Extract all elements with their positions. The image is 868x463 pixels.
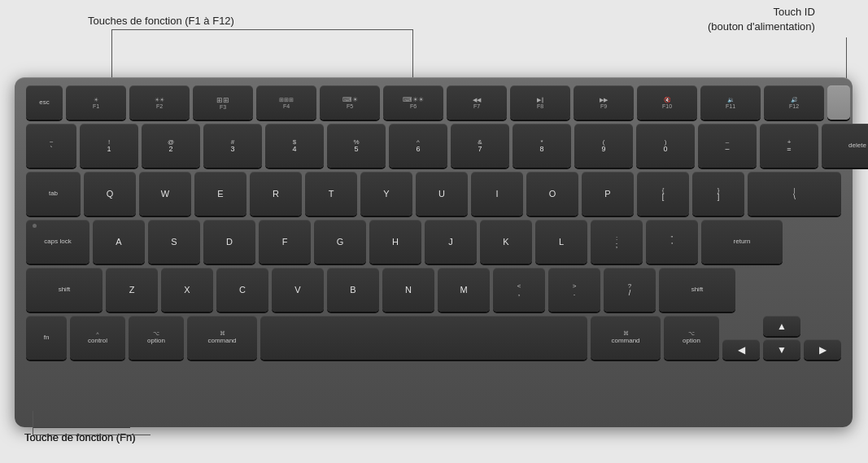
key-j[interactable]: J xyxy=(425,220,477,264)
key-0[interactable]: ) 0 xyxy=(636,124,695,168)
key-f6[interactable]: ⌨☀☀ F6 xyxy=(383,85,443,120)
key-f12[interactable]: 🔊 F12 xyxy=(764,85,824,120)
key-i[interactable]: I xyxy=(471,172,523,216)
key-backtick[interactable]: ~ ` xyxy=(26,124,76,168)
fn-label: Touches de fonction (F1 à F12) xyxy=(88,15,234,27)
num-row: ~ ` ! 1 @ 2 # 3 $ 4 xyxy=(26,124,841,168)
bottom-row: fn ^ control ⌥ option ⌘ command ⌘ xyxy=(26,316,841,360)
zxcv-row: shift Z X C V B N M < , > . ? xyxy=(26,268,841,312)
key-t[interactable]: T xyxy=(305,172,357,216)
key-a[interactable]: A xyxy=(93,220,145,264)
key-command-right[interactable]: ⌘ command xyxy=(591,316,661,360)
key-q[interactable]: Q xyxy=(84,172,136,216)
qwerty-row: tab Q W E R T Y U I O P { [ } ] xyxy=(26,172,841,216)
key-backslash[interactable]: | \ xyxy=(748,172,841,216)
fn-row: esc ☀ F1 ☀☀ F2 ⊞⊞ F3 ⊞ xyxy=(26,85,841,120)
keyboard: esc ☀ F1 ☀☀ F2 ⊞⊞ F3 ⊞ xyxy=(15,77,853,427)
key-f2[interactable]: ☀☀ F2 xyxy=(129,85,190,120)
key-f11[interactable]: 🔉 F11 xyxy=(700,85,761,120)
key-b[interactable]: B xyxy=(327,268,379,312)
key-f8[interactable]: ▶∥ F8 xyxy=(510,85,570,120)
fn-key-bottom-label: Touche de fonction (Fn) xyxy=(24,431,136,443)
key-m[interactable]: M xyxy=(438,268,490,312)
key-o[interactable]: O xyxy=(526,172,578,216)
key-capslock[interactable]: caps lock xyxy=(26,220,89,264)
key-c[interactable]: C xyxy=(216,268,268,312)
key-z[interactable]: Z xyxy=(106,268,158,312)
key-l[interactable]: L xyxy=(535,220,587,264)
key-space[interactable] xyxy=(260,316,587,360)
key-option-left[interactable]: ⌥ option xyxy=(129,316,184,360)
key-7[interactable]: & 7 xyxy=(451,124,509,168)
key-e[interactable]: E xyxy=(194,172,246,216)
key-slash[interactable]: ? / xyxy=(604,268,656,312)
key-f3[interactable]: ⊞⊞ F3 xyxy=(193,85,253,120)
key-3[interactable]: # 3 xyxy=(203,124,262,168)
key-5[interactable]: % 5 xyxy=(327,124,386,168)
key-left[interactable]: ◀ xyxy=(722,339,760,360)
key-down[interactable]: ▼ xyxy=(763,339,800,360)
key-up[interactable]: ▲ xyxy=(763,316,800,336)
asdf-row: caps lock A S D F G H J K L : ; " ' xyxy=(26,220,841,264)
key-lbracket[interactable]: { [ xyxy=(637,172,689,216)
key-x[interactable]: X xyxy=(161,268,213,312)
key-8[interactable]: * 8 xyxy=(513,124,571,168)
key-command-left[interactable]: ⌘ command xyxy=(187,316,257,360)
key-fn[interactable]: fn xyxy=(26,316,67,360)
key-p[interactable]: P xyxy=(582,172,634,216)
key-rshift[interactable]: shift xyxy=(659,268,735,312)
key-s[interactable]: S xyxy=(148,220,200,264)
key-comma[interactable]: < , xyxy=(493,268,545,312)
key-f1[interactable]: ☀ F1 xyxy=(66,85,126,120)
key-f7[interactable]: ◀◀ F7 xyxy=(447,85,507,120)
key-6[interactable]: ^ 6 xyxy=(389,124,447,168)
key-f4[interactable]: ⊞⊞⊞ F4 xyxy=(256,85,316,120)
key-esc[interactable]: esc xyxy=(26,85,63,120)
key-g[interactable]: G xyxy=(314,220,366,264)
key-h[interactable]: H xyxy=(369,220,421,264)
key-right[interactable]: ▶ xyxy=(804,339,841,360)
key-k[interactable]: K xyxy=(480,220,532,264)
key-semicolon[interactable]: : ; xyxy=(591,220,643,264)
key-n[interactable]: N xyxy=(382,268,434,312)
key-option-right[interactable]: ⌥ option xyxy=(664,316,719,360)
key-delete[interactable]: delete xyxy=(822,124,868,168)
tid-label: Touch ID (bouton d'alimentation) xyxy=(708,5,815,34)
key-f5[interactable]: ⌨☀ F5 xyxy=(320,85,380,120)
key-equals[interactable]: + = xyxy=(760,124,818,168)
key-2[interactable]: @ 2 xyxy=(142,124,200,168)
key-f[interactable]: F xyxy=(259,220,311,264)
key-minus[interactable]: – – xyxy=(698,124,757,168)
key-control[interactable]: ^ control xyxy=(70,316,125,360)
key-f9[interactable]: ▶▶ F9 xyxy=(574,85,634,120)
key-f10[interactable]: 🔇 F10 xyxy=(637,85,697,120)
key-period[interactable]: > . xyxy=(548,268,600,312)
key-return[interactable]: return xyxy=(701,220,783,264)
key-d[interactable]: D xyxy=(203,220,255,264)
key-1[interactable]: ! 1 xyxy=(80,124,138,168)
key-y[interactable]: Y xyxy=(360,172,412,216)
key-tab[interactable]: tab xyxy=(26,172,81,216)
key-9[interactable]: ( 9 xyxy=(574,124,633,168)
key-r[interactable]: R xyxy=(250,172,302,216)
key-v[interactable]: V xyxy=(272,268,324,312)
key-u[interactable]: U xyxy=(416,172,468,216)
key-quote[interactable]: " ' xyxy=(646,220,698,264)
key-touchid[interactable] xyxy=(827,85,850,120)
key-lshift[interactable]: shift xyxy=(26,268,103,312)
key-rbracket[interactable]: } ] xyxy=(692,172,744,216)
key-w[interactable]: W xyxy=(139,172,191,216)
key-4[interactable]: $ 4 xyxy=(265,124,324,168)
